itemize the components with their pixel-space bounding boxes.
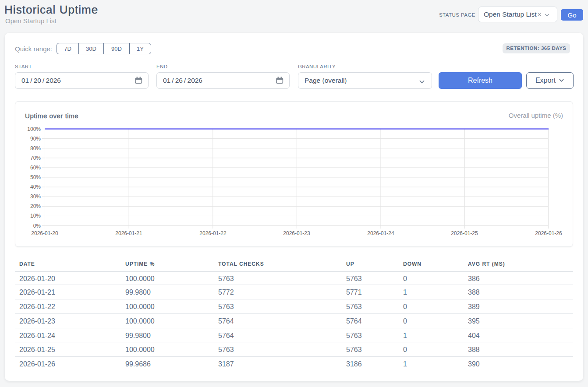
- svg-text:80%: 80%: [30, 145, 41, 151]
- svg-text:0%: 0%: [33, 223, 41, 229]
- svg-text:100%: 100%: [27, 126, 41, 132]
- svg-text:2026-01-26: 2026-01-26: [535, 230, 562, 236]
- svg-text:2026-01-25: 2026-01-25: [451, 230, 478, 236]
- svg-text:60%: 60%: [30, 165, 41, 171]
- svg-text:10%: 10%: [30, 213, 41, 219]
- svg-text:2026-01-22: 2026-01-22: [199, 230, 227, 236]
- svg-text:90%: 90%: [30, 136, 41, 142]
- svg-text:50%: 50%: [30, 174, 41, 180]
- svg-text:2026-01-23: 2026-01-23: [283, 230, 310, 236]
- svg-text:2026-01-24: 2026-01-24: [367, 230, 394, 236]
- svg-text:70%: 70%: [30, 155, 41, 161]
- svg-text:2026-01-21: 2026-01-21: [115, 230, 142, 236]
- svg-text:30%: 30%: [30, 194, 41, 200]
- svg-text:20%: 20%: [30, 203, 41, 209]
- svg-text:40%: 40%: [30, 184, 41, 190]
- svg-text:2026-01-20: 2026-01-20: [31, 230, 58, 236]
